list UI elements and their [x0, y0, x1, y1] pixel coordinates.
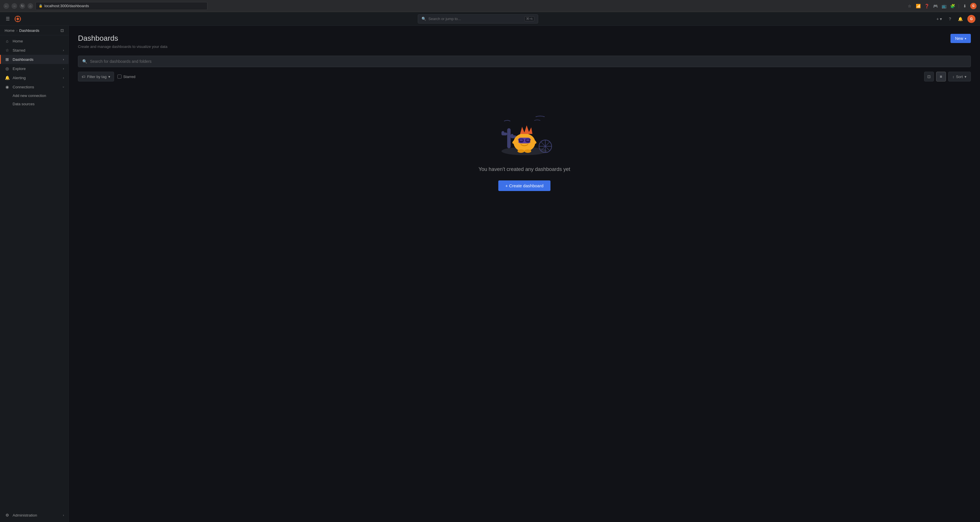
- page-title: Dashboards: [78, 34, 167, 43]
- browser-user-avatar[interactable]: G: [970, 3, 977, 9]
- svg-point-2: [17, 18, 19, 20]
- administration-icon: ⚙: [5, 513, 10, 517]
- starred-checkbox[interactable]: [118, 75, 121, 78]
- explore-chevron-icon: ›: [63, 67, 64, 70]
- new-button-label: New: [955, 36, 963, 41]
- filter-tag-chevron-icon: ▾: [108, 75, 110, 79]
- folder-view-button[interactable]: ⊡: [924, 72, 934, 81]
- plus-icon: +: [937, 17, 939, 21]
- back-button[interactable]: ←: [3, 3, 9, 9]
- sidebar-item-dashboards[interactable]: ⊞ Dashboards ›: [0, 55, 68, 64]
- sidebar-alerting-label: Alerting: [13, 76, 26, 80]
- user-avatar[interactable]: G: [967, 15, 975, 23]
- svg-rect-10: [501, 131, 504, 136]
- breadcrumb-bar: Home › Dashboards ⊡: [0, 26, 68, 35]
- forward-button[interactable]: →: [11, 3, 17, 9]
- topbar: ☰ 🔍 Search or jump to... ⌘+k + ▾: [0, 12, 980, 26]
- page-header: Dashboards Create and manage dashboards …: [78, 34, 971, 49]
- sidebar-starred-label: Starred: [13, 48, 25, 53]
- dashboards-chevron-icon: ›: [63, 58, 64, 61]
- url-text: localhost:3000/dashboards: [45, 4, 89, 8]
- star-icon: ☆: [5, 48, 10, 53]
- starred-filter[interactable]: Starred: [118, 75, 135, 79]
- sidebar-item-administration[interactable]: ⚙ Administration ›: [0, 511, 68, 520]
- topbar-right: + ▾ ? 🔔 G: [934, 15, 975, 23]
- list-view-button[interactable]: ≡: [936, 72, 946, 81]
- sidebar-item-alerting[interactable]: 🔔 Alerting ›: [0, 73, 68, 82]
- sidebar-item-add-new-connection[interactable]: Add new connection: [0, 91, 68, 100]
- main-content: Dashboards Create and manage dashboards …: [69, 26, 980, 522]
- sidebar-item-starred[interactable]: ☆ Starred ›: [0, 46, 68, 55]
- extension-icon-5[interactable]: 🧩: [950, 3, 956, 9]
- new-button[interactable]: New ▾: [950, 34, 971, 43]
- collapse-sidebar-button[interactable]: ⊡: [60, 28, 64, 33]
- nav-section-main: ⌂ Home ☆ Starred › ⊞ Dashboards › ◎: [0, 35, 68, 109]
- sort-label: Sort: [956, 75, 963, 79]
- browser-right-icons: ☆ 📶 ❓ 🎮 📺 🧩 | ⬇ G: [907, 3, 977, 9]
- svg-point-27: [524, 149, 531, 153]
- new-button-chevron-icon: ▾: [965, 37, 966, 40]
- new-dashboard-button[interactable]: + ▾: [934, 16, 944, 22]
- dashboard-search-input[interactable]: [90, 59, 967, 64]
- add-new-connection-label: Add new connection: [13, 94, 46, 98]
- bell-icon: 🔔: [958, 17, 963, 21]
- sidebar-item-connections[interactable]: ◉ Connections ›: [0, 82, 68, 91]
- extension-icon-3[interactable]: 🎮: [932, 3, 939, 9]
- home-icon: ⌂: [5, 39, 10, 43]
- list-view-icon: ≡: [940, 74, 942, 79]
- folder-view-icon: ⊡: [927, 74, 931, 79]
- nav-section-bottom: ⚙ Administration ›: [0, 508, 68, 522]
- breadcrumb-separator: ›: [16, 29, 18, 33]
- sidebar-connections-label: Connections: [13, 85, 34, 89]
- notifications-button[interactable]: 🔔: [956, 16, 965, 22]
- address-bar[interactable]: 🔒 localhost:3000/dashboards: [35, 2, 207, 10]
- hamburger-button[interactable]: ☰: [5, 15, 11, 23]
- sidebar-item-explore[interactable]: ◎ Explore ›: [0, 64, 68, 73]
- tag-icon: 🏷: [82, 75, 85, 79]
- filter-by-tag-label: Filter by tag: [87, 75, 107, 79]
- filter-right: ⊡ ≡ ↕ Sort ▾: [924, 72, 971, 81]
- alerting-icon: 🔔: [5, 75, 10, 80]
- content-area: Home › Dashboards ⊡ ⌂ Home ☆ Starred ›: [0, 26, 980, 522]
- starred-chevron-icon: ›: [63, 49, 64, 52]
- empty-state: You haven't created any dashboards yet +…: [78, 89, 971, 208]
- search-placeholder-text: Search or jump to...: [428, 17, 461, 21]
- topbar-search: 🔍 Search or jump to... ⌘+k: [22, 14, 934, 24]
- breadcrumb-home[interactable]: Home: [5, 29, 14, 33]
- sidebar-item-data-sources[interactable]: Data sources: [0, 100, 68, 108]
- page-title-section: Dashboards Create and manage dashboards …: [78, 34, 167, 49]
- sidebar: Home › Dashboards ⊡ ⌂ Home ☆ Starred ›: [0, 26, 69, 522]
- home-browser-button[interactable]: ⌂: [27, 3, 33, 9]
- administration-chevron-icon: ›: [63, 514, 64, 517]
- svg-rect-12: [511, 134, 514, 138]
- sort-chevron-icon: ▾: [964, 75, 967, 79]
- svg-point-26: [517, 149, 524, 153]
- alerting-chevron-icon: ›: [63, 76, 64, 80]
- dashboards-icon: ⊞: [5, 57, 10, 62]
- sort-icon: ↕: [953, 75, 955, 79]
- extension-icon-1[interactable]: 📶: [915, 3, 921, 9]
- download-icon[interactable]: ⬇: [962, 3, 968, 9]
- filter-by-tag-button[interactable]: 🏷 Filter by tag ▾: [78, 72, 114, 81]
- sort-button[interactable]: ↕ Sort ▾: [948, 72, 971, 81]
- help-button[interactable]: ?: [947, 16, 953, 22]
- sidebar-administration-label: Administration: [13, 513, 37, 517]
- reload-button[interactable]: ↻: [19, 3, 25, 9]
- bookmark-icon[interactable]: ☆: [907, 3, 913, 9]
- extension-icon-2[interactable]: ❓: [924, 3, 930, 9]
- filter-left: 🏷 Filter by tag ▾ Starred: [78, 72, 135, 81]
- empty-state-message: You haven't created any dashboards yet: [479, 166, 570, 172]
- sidebar-item-home[interactable]: ⌂ Home: [0, 37, 68, 46]
- grafana-logo: [14, 15, 22, 23]
- connections-chevron-icon: ›: [62, 86, 65, 87]
- extension-icon-4[interactable]: 📺: [941, 3, 947, 9]
- dashboard-search-bar[interactable]: 🔍: [78, 56, 971, 67]
- divider: |: [958, 3, 959, 9]
- app-container: ☰ 🔍 Search or jump to... ⌘+k + ▾: [0, 12, 980, 522]
- help-icon: ?: [949, 17, 951, 21]
- topbar-left: ☰: [5, 15, 22, 23]
- create-dashboard-button[interactable]: + Create dashboard: [498, 180, 550, 191]
- data-sources-label: Data sources: [13, 102, 35, 106]
- global-search-bar[interactable]: 🔍 Search or jump to... ⌘+k: [418, 14, 538, 24]
- sidebar-home-label: Home: [13, 39, 23, 43]
